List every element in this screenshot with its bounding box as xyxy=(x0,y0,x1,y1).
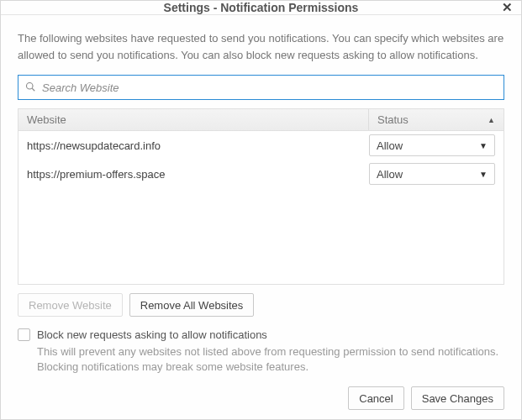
status-dropdown[interactable]: Allow ▼ xyxy=(369,163,495,185)
chevron-down-icon: ▼ xyxy=(479,170,488,179)
intro-text: The following websites have requested to… xyxy=(18,30,504,63)
save-button[interactable]: Save Changes xyxy=(411,386,504,410)
block-description: This will prevent any websites not liste… xyxy=(37,344,504,375)
website-cell: https://premium-offers.space xyxy=(18,168,369,181)
remove-website-button[interactable]: Remove Website xyxy=(18,293,123,317)
website-cell: https://newsupdatecard.info xyxy=(18,139,369,152)
block-section: Block new requests asking to allow notif… xyxy=(18,328,504,375)
status-value: Allow xyxy=(377,168,403,181)
permissions-table: Website Status ▲ https://newsupdatecard.… xyxy=(18,108,504,285)
remove-all-button[interactable]: Remove All Websites xyxy=(129,293,255,317)
table-row[interactable]: https://premium-offers.space Allow ▼ xyxy=(18,160,504,188)
column-status-label: Status xyxy=(377,113,409,126)
status-dropdown[interactable]: Allow ▼ xyxy=(369,134,495,156)
block-checkbox[interactable] xyxy=(18,328,30,341)
svg-line-1 xyxy=(32,88,34,91)
block-label: Block new requests asking to allow notif… xyxy=(37,328,267,341)
titlebar: Settings - Notification Permissions ✕ xyxy=(1,1,521,15)
dialog-title: Settings - Notification Permissions xyxy=(164,1,359,14)
dialog-content: The following websites have requested to… xyxy=(1,15,521,420)
search-input[interactable] xyxy=(40,81,497,95)
close-icon[interactable]: ✕ xyxy=(502,0,513,15)
column-website[interactable]: Website xyxy=(18,109,369,130)
settings-dialog: Settings - Notification Permissions ✕ Th… xyxy=(0,0,522,420)
svg-point-0 xyxy=(27,82,34,89)
search-icon xyxy=(25,81,40,94)
chevron-down-icon: ▼ xyxy=(479,141,488,150)
table-header: Website Status ▲ xyxy=(18,109,504,131)
search-field[interactable] xyxy=(18,75,504,100)
table-body: https://newsupdatecard.info Allow ▼ http… xyxy=(18,131,504,284)
column-status[interactable]: Status ▲ xyxy=(369,109,504,130)
action-row: Remove Website Remove All Websites xyxy=(18,293,504,317)
table-row[interactable]: https://newsupdatecard.info Allow ▼ xyxy=(18,131,504,160)
cancel-button[interactable]: Cancel xyxy=(348,386,403,410)
footer: Cancel Save Changes xyxy=(18,375,504,410)
sort-up-icon: ▲ xyxy=(488,116,495,124)
status-value: Allow xyxy=(377,139,403,152)
column-website-label: Website xyxy=(27,113,66,126)
